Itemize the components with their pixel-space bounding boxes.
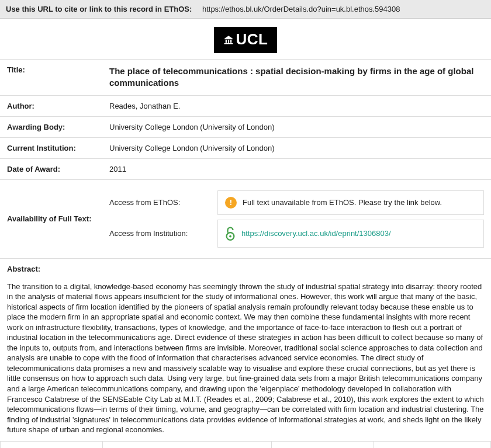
ucl-logo: UCL [214,27,278,53]
cite-label: Use this URL to cite or link to this rec… [6,5,192,13]
title-value: The place of telecommunications : spatia… [102,60,491,96]
supervisor-label: Supervisor: [1,441,103,448]
metadata-table: Title: The place of telecommunications :… [0,59,491,259]
access-inst-link[interactable]: https://discovery.ucl.ac.uk/id/eprint/13… [241,229,391,238]
awarding-body-value: University College London (University of… [102,116,491,137]
access-ethos-label: Access from EThOS: [109,198,206,207]
access-ethos-box: ! Full text unavailable from EThOS. Plea… [217,190,484,215]
availability-label: Availability of Full Text: [0,179,102,258]
portico-icon [223,34,234,45]
availability-cell: Access from EThOS: ! Full text unavailab… [102,179,491,258]
cite-bar: Use this URL to cite or link to this rec… [0,0,491,19]
access-inst-label: Access from Institution: [109,229,206,238]
logo-container: UCL [0,19,491,59]
author-label: Author: [0,95,102,116]
current-institution-value: University College London (University of… [102,137,491,158]
awarding-body-label: Awarding Body: [0,116,102,137]
author-value: Reades, Jonathan E. [102,95,491,116]
warning-icon: ! [225,197,237,209]
sponsor-value: Not available [374,441,491,448]
abstract-label: Abstract: [0,259,491,279]
date-of-award-label: Date of Award: [0,158,102,179]
cite-url: https://ethos.bl.uk/OrderDetails.do?uin=… [202,5,400,13]
access-inst-box: https://discovery.ucl.ac.uk/id/eprint/13… [217,220,484,248]
date-of-award-value: 2011 [102,158,491,179]
access-from-ethos-row: Access from EThOS: ! Full text unavailab… [109,190,484,215]
current-institution-label: Current Institution: [0,137,102,158]
access-ethos-msg: Full text unavailable from EThOS. Please… [243,198,442,207]
svg-point-1 [229,235,231,237]
abstract-text: The transition to a digital, knowledge-b… [0,279,491,441]
supervisor-value: Not available [103,441,272,448]
sponsor-label: Sponsor: [272,441,374,448]
details-grid: Supervisor: Not available Sponsor: Not a… [0,441,491,448]
title-label: Title: [0,60,102,96]
ucl-logo-text: UCL [236,30,268,48]
open-access-icon [225,226,236,241]
access-from-institution-row: Access from Institution: https://discove… [109,220,484,248]
